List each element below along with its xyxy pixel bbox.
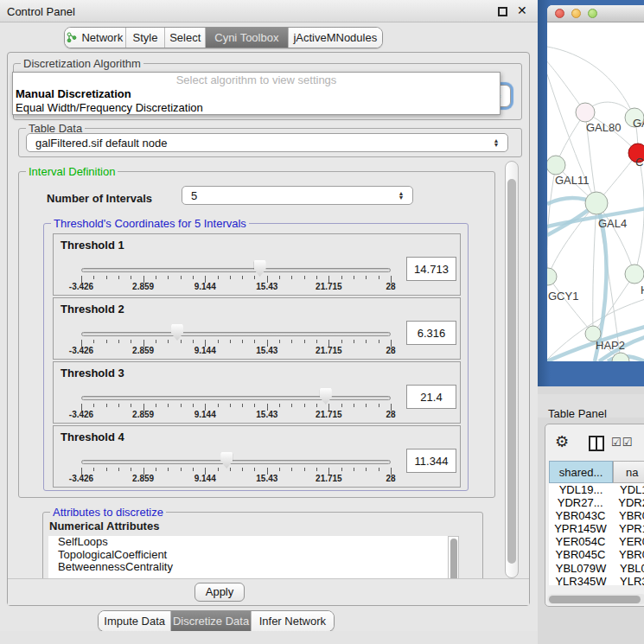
table-row[interactable]: YPR145WYPR1 (549, 522, 644, 535)
cell-shared-name: YPR145W (549, 522, 612, 535)
network-edge[interactable] (593, 274, 634, 334)
node-label: HAP2 (596, 339, 625, 352)
float-window-icon[interactable] (498, 7, 507, 16)
columns-icon[interactable] (589, 436, 604, 451)
slider-tick (341, 468, 342, 471)
GAL11-node[interactable] (547, 156, 565, 175)
GAL4-node[interactable] (585, 192, 608, 214)
node-label: GAL80 (586, 121, 621, 134)
slider-thumb[interactable] (254, 260, 266, 277)
table-horizontal-scrollbar[interactable] (547, 594, 644, 604)
slider-track[interactable] (81, 396, 391, 400)
slider-tick-label: 21.715 (316, 410, 342, 419)
apply-button[interactable]: Apply (194, 583, 245, 602)
table-row[interactable]: YBR045CYBR0 (549, 548, 644, 561)
screenshot-root: { "control_panel": { "title": "Control P… (0, 0, 644, 644)
table-data-combobox[interactable]: galFiltered.sif default node ▲▼ (26, 133, 508, 152)
network-edge[interactable] (547, 57, 585, 112)
table-row[interactable]: YDR27...YDR2 (549, 496, 644, 509)
slider-tick (242, 340, 243, 343)
slider-tick-label: 9.144 (194, 282, 216, 291)
table-row[interactable]: YER054CYER0 (549, 535, 644, 548)
GCY1-node[interactable] (547, 268, 557, 285)
network-window-titlebar (547, 5, 644, 22)
slider-tick (93, 340, 94, 343)
H-node[interactable] (625, 265, 644, 284)
threshold-value-field[interactable]: 6.316 (406, 321, 456, 345)
slider-tick-label: -3.426 (69, 282, 93, 291)
tab-label: Infer Network (259, 615, 326, 628)
network-edge[interactable] (634, 153, 644, 274)
attributes-list-scrollbar[interactable] (448, 536, 459, 578)
slider-tick (156, 340, 156, 343)
network-edge[interactable] (593, 203, 596, 334)
tab-label: Discretize Data (173, 615, 249, 628)
tab-jactivemnodules[interactable]: jActiveMNodules (288, 28, 382, 48)
dropdown-option[interactable]: Manual Discretization (13, 87, 500, 101)
node-label: GAL11 (555, 174, 590, 187)
tab-discretize-data[interactable]: Discretize Data (170, 611, 250, 631)
slider-thumb[interactable] (320, 388, 332, 405)
GAL80-node[interactable] (576, 103, 595, 122)
minimize-traffic-light-icon[interactable] (571, 9, 581, 18)
table-row[interactable]: YBL079WYBL0 (549, 562, 644, 575)
bottom-node[interactable] (612, 353, 629, 361)
slider-track[interactable] (81, 332, 391, 336)
dropdown-hint-option[interactable]: Select algorithm to view settings (13, 73, 500, 87)
tab-impute-data[interactable]: Impute Data (99, 611, 170, 631)
slider-tick-label: 15.43 (256, 474, 277, 483)
slider-thumb[interactable] (171, 324, 183, 341)
threshold-value-field[interactable]: 14.713 (406, 257, 456, 281)
combo-stepper-icon: ▲▼ (395, 191, 407, 200)
tab-select[interactable]: Select (164, 28, 205, 48)
table-row[interactable]: YBR043CYBR0 (549, 509, 644, 522)
slider-tick (291, 468, 292, 471)
slider-tick (181, 276, 182, 279)
slider-tick (193, 468, 194, 471)
slider-tick (193, 340, 194, 343)
slider-tick (279, 468, 280, 471)
column-header-name[interactable]: na (613, 461, 644, 483)
dropdown-option[interactable]: Equal Width/Frequency Discretization (13, 101, 500, 115)
network-edge[interactable] (548, 203, 596, 277)
table-row[interactable]: YDL19...YDL1 (549, 483, 644, 496)
slider-tick (279, 404, 280, 407)
threshold-value-field[interactable]: 11.344 (406, 449, 456, 473)
tab-infer-network[interactable]: Infer Network (251, 611, 334, 631)
panel-scrollbar[interactable] (505, 161, 519, 578)
attribute-list-item[interactable]: SelfLoops (48, 536, 448, 549)
gear-icon[interactable]: ⚙ (555, 434, 569, 450)
table-row[interactable]: YLR345WYLR3 (549, 575, 644, 585)
scrollbar-thumb[interactable] (549, 596, 641, 603)
tab-style[interactable]: Style (125, 28, 165, 48)
slider-thumb[interactable] (220, 452, 233, 469)
tab-cyni-toolbox[interactable]: Cyni Toolbox (205, 28, 287, 48)
slider-tick-label: 21.715 (316, 282, 342, 291)
slider-track[interactable] (81, 460, 391, 464)
slider-tick-label: 2.859 (132, 346, 154, 355)
column-header-shared[interactable]: shared... (549, 461, 613, 483)
slider-tick (93, 404, 94, 407)
slider-tick (230, 468, 231, 471)
threshold-value-field[interactable]: 21.4 (406, 385, 456, 409)
close-traffic-light-icon[interactable] (555, 9, 564, 18)
attribute-list-item[interactable]: BetweennessCentrality (48, 561, 448, 574)
attribute-list-item[interactable]: TopologicalCoefficient (48, 549, 448, 562)
cell-name: YBR0 (612, 548, 644, 561)
scrollbar-thumb[interactable] (450, 539, 457, 578)
cell-name: YBR0 (612, 509, 644, 522)
slider-track[interactable] (81, 268, 391, 272)
threshold-slider-row: Threshold 2-3.4262.8599.14415.4321.71528… (53, 297, 461, 360)
select-checkboxes-icon[interactable]: ☑☑ (611, 436, 633, 449)
network-edge[interactable] (548, 277, 593, 334)
number-of-intervals-combobox[interactable]: 5 ▲▼ (182, 186, 413, 205)
numerical-attributes-list[interactable]: SelfLoopsTopologicalCoefficientBetweenne… (48, 536, 448, 578)
zoom-traffic-light-icon[interactable] (588, 9, 597, 18)
slider-tick-label: 2.859 (132, 282, 154, 291)
tab-network[interactable]: Network (65, 28, 125, 48)
slider-tick (181, 340, 182, 343)
slider-tick-label: -3.426 (69, 346, 93, 355)
close-icon[interactable]: ✕ (517, 3, 527, 17)
scrollbar-thumb[interactable] (507, 179, 516, 564)
network-canvas[interactable]: GAL80GACGAL11GAL4GCY1HHAP2 (547, 22, 644, 361)
